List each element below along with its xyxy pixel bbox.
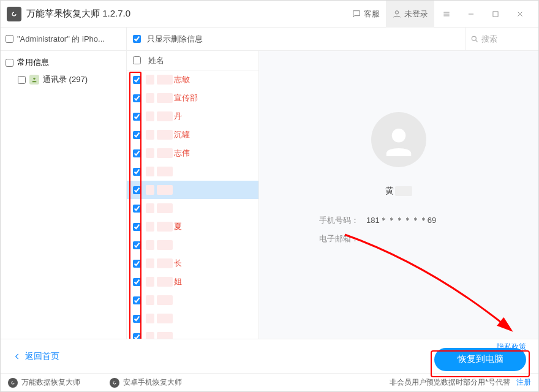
device-checkbox[interactable] xyxy=(6,35,13,43)
privacy-link[interactable]: 隐私政策 xyxy=(497,342,526,352)
row-checkbox[interactable] xyxy=(133,278,141,286)
list-row[interactable]: 夏 xyxy=(127,217,258,236)
svg-point-3 xyxy=(33,78,35,80)
row-name: 长 xyxy=(174,258,182,269)
maximize-button[interactable] xyxy=(483,1,508,28)
redacted xyxy=(146,240,154,250)
row-checkbox[interactable] xyxy=(133,186,141,194)
list-row[interactable] xyxy=(127,162,258,181)
redacted xyxy=(157,75,173,85)
redacted xyxy=(157,295,173,305)
sidebar-group-label: 常用信息 xyxy=(17,57,49,68)
svg-point-4 xyxy=(392,129,406,143)
select-all-checkbox[interactable] xyxy=(133,56,141,64)
row-checkbox[interactable] xyxy=(133,223,141,231)
list-row[interactable]: 长 xyxy=(127,254,258,273)
redacted xyxy=(157,185,173,195)
titlebar: 万能苹果恢复大师 1.2.7.0 客服 未登录 xyxy=(1,1,538,28)
redacted xyxy=(146,295,154,305)
redacted xyxy=(157,222,173,232)
list-row[interactable] xyxy=(127,309,258,328)
redacted xyxy=(157,277,173,287)
redacted xyxy=(157,240,173,250)
register-link[interactable]: 注册 xyxy=(516,377,531,388)
sidebar-contacts-checkbox[interactable] xyxy=(18,76,26,84)
redacted xyxy=(146,148,154,158)
contacts-icon xyxy=(29,75,39,85)
redacted xyxy=(157,332,173,339)
login-button[interactable]: 未登录 xyxy=(386,1,434,28)
product-link-data-recovery[interactable]: 万能数据恢复大师 xyxy=(8,377,106,388)
row-checkbox[interactable] xyxy=(133,168,141,176)
sidebar-contacts-label: 通讯录 (297) xyxy=(43,74,88,85)
redacted-name xyxy=(395,186,412,196)
list-row[interactable] xyxy=(127,291,258,309)
redacted xyxy=(157,130,173,140)
redacted xyxy=(157,167,173,176)
status-strip: 万能数据恢复大师 安卓手机恢复大师 非会员用户预览数据时部分用*号代替 注册 xyxy=(1,373,538,391)
sidebar-group-checkbox[interactable] xyxy=(6,59,13,67)
support-label: 客服 xyxy=(364,9,380,20)
list-header: 姓名 xyxy=(127,51,258,70)
filter-label: 只显示删除信息 xyxy=(147,34,203,45)
redacted xyxy=(146,277,154,287)
product-icon xyxy=(110,378,119,388)
row-checkbox[interactable] xyxy=(133,315,141,323)
product-link-android-recovery[interactable]: 安卓手机恢复大师 xyxy=(110,377,208,388)
redacted xyxy=(146,111,154,121)
support-button[interactable]: 客服 xyxy=(345,1,386,28)
sidebar-item-contacts[interactable]: 通讯录 (297) xyxy=(1,72,126,88)
menu-button[interactable] xyxy=(434,1,459,28)
list-row[interactable]: 丹 xyxy=(127,107,258,126)
row-name: 丹 xyxy=(174,111,182,122)
row-name: 姐 xyxy=(174,276,182,287)
svg-point-2 xyxy=(472,36,476,40)
list-body[interactable]: 志敏宣传部丹沉罐志伟夏长姐 xyxy=(127,70,258,339)
row-checkbox[interactable] xyxy=(133,333,141,339)
back-label: 返回首页 xyxy=(25,351,59,362)
row-checkbox[interactable] xyxy=(133,131,141,139)
contact-name: 黄 xyxy=(385,186,412,197)
filter-checkbox[interactable] xyxy=(133,35,141,43)
list-row[interactable] xyxy=(127,328,258,339)
redacted xyxy=(157,203,173,213)
back-home-link[interactable]: 返回首页 xyxy=(13,351,59,362)
row-checkbox[interactable] xyxy=(133,113,141,121)
list-row[interactable] xyxy=(127,181,258,199)
row-checkbox[interactable] xyxy=(133,149,141,157)
minimize-button[interactable] xyxy=(459,1,483,28)
redacted xyxy=(146,75,154,85)
row-checkbox[interactable] xyxy=(133,205,141,213)
list-row[interactable] xyxy=(127,236,258,254)
app-icon xyxy=(7,7,21,21)
redacted xyxy=(157,258,173,268)
row-checkbox[interactable] xyxy=(133,76,141,84)
search-box[interactable]: 搜索 xyxy=(465,28,538,50)
row-name: 志敏 xyxy=(174,74,190,85)
svg-rect-1 xyxy=(493,11,498,16)
list-row[interactable]: 志敏 xyxy=(127,70,258,89)
list-row[interactable] xyxy=(127,199,258,217)
list-row[interactable]: 沉罐 xyxy=(127,126,258,144)
redacted xyxy=(146,314,154,323)
row-name: 沉罐 xyxy=(174,129,190,140)
redacted xyxy=(146,130,154,140)
notice-text: 非会员用户预览数据时部分用*号代替 xyxy=(390,377,510,388)
row-checkbox[interactable] xyxy=(133,94,141,102)
redacted xyxy=(146,185,154,195)
avatar-icon xyxy=(371,112,426,167)
back-arrow-icon xyxy=(13,352,21,361)
list-row[interactable]: 志伟 xyxy=(127,144,258,162)
list-row[interactable]: 宣传部 xyxy=(127,89,258,107)
contact-detail: 黄 手机号码： 181＊＊＊＊＊＊69 电子邮箱： xyxy=(259,51,538,339)
device-label: "Administrator" 的 iPho... xyxy=(17,34,105,45)
sidebar-group-common[interactable]: 常用信息 xyxy=(1,53,126,72)
row-checkbox[interactable] xyxy=(133,241,141,249)
row-checkbox[interactable] xyxy=(133,260,141,268)
device-selector[interactable]: "Administrator" 的 iPho... xyxy=(1,28,127,50)
redacted xyxy=(146,203,154,213)
list-row[interactable]: 姐 xyxy=(127,273,258,291)
phone-value: 181＊＊＊＊＊＊69 xyxy=(366,215,436,226)
row-checkbox[interactable] xyxy=(133,296,141,304)
close-button[interactable] xyxy=(508,1,532,28)
